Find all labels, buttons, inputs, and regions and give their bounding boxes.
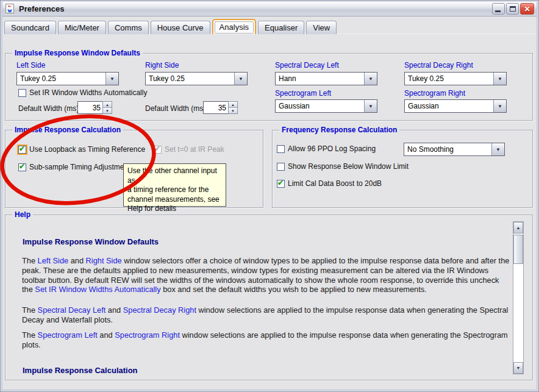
spinner-down-icon[interactable]: ▼ — [103, 107, 112, 113]
checkbox-row-limit-cal-boost: Limit Cal Data Boost to 20dB — [277, 179, 382, 188]
label-default-width-left: Default Width (ms) — [18, 104, 79, 113]
label-right-side: Right Side — [145, 61, 179, 69]
tab-label: Comms — [115, 23, 142, 32]
close-icon: ✕ — [524, 5, 530, 13]
help-paragraph-1: The Left Side and Right Side window sele… — [22, 256, 512, 294]
chevron-down-icon[interactable]: ▼ — [364, 73, 377, 85]
chevron-down-icon[interactable]: ▼ — [234, 73, 247, 85]
tab-mic-meter[interactable]: Mic/Meter — [58, 21, 106, 34]
tab-soundcard[interactable]: Soundcard — [4, 21, 56, 34]
combo-smoothing-value: No Smoothing — [404, 143, 491, 155]
tab-label: View — [313, 23, 330, 32]
tooltip-line: channel measurements, see — [127, 195, 222, 205]
spinner-default-width-left-value[interactable]: 35 — [77, 101, 102, 114]
spinner-up-icon[interactable]: ▲ — [229, 102, 237, 107]
help-text: The — [22, 256, 38, 265]
label-spectral-decay-right: Spectral Decay Right — [404, 61, 473, 69]
scrollbar-thumb[interactable] — [513, 235, 523, 264]
tooltip-line: Use the other channel input as — [127, 166, 222, 185]
checkbox-use-loopback-label: Use Loopback as Timing Reference — [29, 145, 145, 154]
chevron-down-icon[interactable]: ▼ — [491, 143, 504, 155]
window-title: Preferences — [19, 4, 64, 13]
help-link[interactable]: Spectral Decay Right — [123, 305, 196, 315]
checkbox-use-loopback[interactable] — [18, 146, 26, 154]
help-link[interactable]: Spectral Decay Left — [38, 305, 106, 315]
label-left-side: Left Side — [16, 61, 45, 69]
help-text: and — [68, 256, 85, 265]
spinner-down-icon[interactable]: ▼ — [229, 107, 237, 113]
tab-equaliser[interactable]: Equaliser — [258, 21, 304, 34]
checkbox-allow-96ppo[interactable] — [277, 145, 285, 153]
combo-spectral-decay-left-value: Hann — [276, 73, 364, 85]
help-link[interactable]: Left Side — [38, 256, 69, 265]
help-text: and — [105, 305, 123, 315]
combo-spectrogram-left[interactable]: Gaussian ▼ — [275, 99, 377, 113]
tab-analysis[interactable]: Analysis — [212, 19, 256, 34]
checkbox-row-use-loopback: Use Loopback as Timing Reference — [18, 145, 145, 154]
arrow-down-icon: ▼ — [516, 366, 521, 370]
label-spectrogram-right: Spectrogram Right — [404, 89, 465, 98]
checkbox-limit-cal-boost[interactable] — [277, 180, 285, 188]
combo-spectrogram-right[interactable]: Gaussian ▼ — [404, 99, 507, 113]
help-text: and — [98, 330, 115, 340]
label-default-width-right: Default Width (ms) — [145, 104, 205, 113]
label-spectral-decay-left: Spectral Decay Left — [275, 61, 339, 69]
combo-spectrogram-left-value: Gaussian — [276, 100, 364, 112]
minimize-icon — [495, 10, 501, 12]
tab-label: Analysis — [220, 23, 249, 32]
help-text: The — [22, 330, 38, 340]
tab-bar: SoundcardMic/MeterCommsHouse CurveAnalys… — [4, 19, 337, 34]
checkbox-row-allow-96ppo: Allow 96 PPO Log Spacing — [277, 144, 376, 153]
combo-left-side[interactable]: Tukey 0.25 ▼ — [16, 72, 119, 85]
combo-left-side-value: Tukey 0.25 — [17, 73, 105, 85]
combo-right-side[interactable]: Tukey 0.25 ▼ — [145, 72, 248, 85]
arrow-up-icon: ▲ — [516, 226, 521, 230]
spinner-default-width-left[interactable]: 35 ▲ ▼ — [77, 101, 112, 114]
checkbox-row-show-below-window: Show Response Below Window Limit — [277, 162, 409, 171]
checkbox-show-below-window[interactable] — [277, 163, 285, 171]
combo-spectral-decay-right-value: Tukey 0.25 — [405, 73, 493, 85]
help-link[interactable]: Spectrogram Left — [38, 330, 98, 340]
tab-view[interactable]: View — [306, 21, 337, 34]
checkbox-auto-widths[interactable] — [18, 89, 26, 97]
checkbox-sub-sample[interactable] — [18, 163, 26, 171]
group-title-ir-calculation: Impulse Response Calculation — [12, 126, 123, 134]
scroll-down-button[interactable]: ▼ — [513, 362, 523, 374]
minimize-button[interactable] — [492, 3, 505, 15]
chevron-down-icon[interactable]: ▼ — [364, 100, 377, 112]
tab-label: Equaliser — [265, 23, 298, 32]
tab-house-curve[interactable]: House Curve — [151, 21, 210, 34]
close-button[interactable]: ✕ — [520, 3, 534, 15]
help-link[interactable]: Spectrogram Right — [115, 330, 180, 340]
help-heading-ir-window-defaults: Impulse Response Window Defaults — [23, 237, 159, 246]
checkbox-auto-widths-label: Set IR Window Widths Automatically — [29, 88, 147, 97]
help-text: The — [22, 305, 38, 315]
group-title-ir-window-defaults: Impulse Response Window Defaults — [12, 49, 143, 57]
tab-comms[interactable]: Comms — [108, 21, 149, 34]
spinner-up-icon[interactable]: ▲ — [103, 102, 112, 107]
label-spectrogram-left: Spectrogram Left — [275, 89, 331, 98]
combo-right-side-value: Tukey 0.25 — [146, 73, 234, 85]
help-link[interactable]: Right Side — [86, 256, 122, 265]
group-title-freq-calculation: Frequency Response Calculation — [279, 126, 399, 134]
checkbox-set-t0-label: Set t=0 at IR Peak — [165, 145, 224, 154]
combo-spectral-decay-left[interactable]: Hann ▼ — [275, 72, 377, 85]
chevron-down-icon[interactable]: ▼ — [493, 73, 506, 85]
chevron-down-icon[interactable]: ▼ — [105, 73, 118, 85]
help-paragraph-2: The Spectral Decay Left and Spectral Dec… — [22, 305, 512, 325]
help-link[interactable]: Set IR Window Widths Automatically — [35, 285, 160, 294]
checkbox-show-below-window-label: Show Response Below Window Limit — [288, 162, 409, 171]
combo-spectral-decay-right[interactable]: Tukey 0.25 ▼ — [404, 72, 507, 85]
spinner-default-width-right[interactable]: 35 ▲ ▼ — [203, 101, 238, 114]
combo-smoothing[interactable]: No Smoothing ▼ — [404, 143, 505, 156]
title-bar[interactable]: Preferences ✕ — [2, 2, 537, 16]
maximize-button[interactable] — [506, 3, 519, 15]
tooltip-line: a timing reference for the — [127, 185, 222, 195]
chevron-down-icon[interactable]: ▼ — [493, 100, 506, 112]
scroll-up-button[interactable]: ▲ — [513, 222, 523, 233]
tooltip-line: Help for details — [127, 204, 222, 214]
help-vertical-scrollbar[interactable]: ▲ ▼ — [513, 221, 524, 374]
combo-spectrogram-right-value: Gaussian — [405, 100, 493, 112]
spinner-default-width-right-value[interactable]: 35 — [203, 101, 228, 114]
help-paragraph-3: The Spectrogram Left and Spectrogram Rig… — [22, 330, 512, 350]
